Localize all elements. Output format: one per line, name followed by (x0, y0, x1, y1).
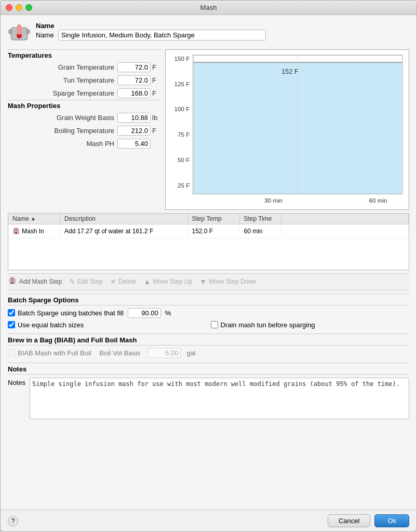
svg-text:75 F: 75 F (178, 131, 190, 138)
svg-text:152 F: 152 F (281, 68, 299, 75)
name-field-label: Name (36, 31, 54, 39)
boil-vol-label: Boil Vol Basis (100, 349, 141, 357)
mash-toolbar: Add Mash Step ✎ Edit Step ✕ Delete ▲ Mov… (8, 273, 409, 290)
equal-batches-checkbox[interactable] (8, 321, 15, 328)
batch-fill-input[interactable] (128, 308, 161, 318)
col-header-step-temp: Step Temp (188, 214, 240, 224)
equal-batches-label[interactable]: Use equal batch sizes (8, 321, 207, 329)
sort-icon: ▲ (31, 216, 36, 221)
tun-temp-label: Tun Temperature (12, 76, 117, 84)
name-section: Name Name (8, 20, 409, 46)
move-down-label: Move Step Down (209, 278, 256, 285)
notes-textarea[interactable]: Simple single infusion mash for use with… (30, 378, 409, 419)
biab-checkbox[interactable] (8, 349, 15, 356)
sparge-temp-input[interactable] (117, 88, 151, 98)
table-row[interactable]: Mash In Add 17.27 qt of water at 161.2 F… (8, 224, 409, 238)
svg-text:30 min: 30 min (264, 197, 283, 204)
titlebar-buttons (6, 4, 32, 11)
batch-fill-checkbox[interactable] (8, 309, 15, 316)
biab-label[interactable]: BIAB Mash with Full Boil (8, 349, 91, 357)
footer-right: Cancel Ok (328, 514, 409, 527)
mash-ph-input[interactable] (117, 139, 151, 149)
biab-text: BIAB Mash with Full Boil (18, 349, 91, 357)
row-step-temp: 152.0 F (188, 227, 240, 236)
move-up-label: Move Step Up (153, 278, 192, 285)
mash-steps-table: Name ▲ Description Step Temp Step Time M… (8, 213, 409, 270)
row-name: Mash In (8, 227, 60, 236)
name-input[interactable] (58, 30, 266, 41)
svg-rect-5 (26, 30, 30, 34)
boil-vol-unit: gal (186, 349, 195, 357)
mash-ph-row: Mash PH (8, 137, 161, 150)
grain-weight-input[interactable] (117, 113, 151, 123)
boiling-temp-unit: F (151, 127, 161, 135)
mash-ph-label: Mash PH (12, 140, 117, 148)
grain-temp-input[interactable] (117, 62, 151, 72)
middle-section: Temperatures Grain Temperature F Tun Tem… (8, 49, 409, 210)
tun-temp-input[interactable] (117, 75, 151, 85)
name-inner: Name Name (36, 22, 266, 42)
batch-sparge-header: Batch Sparge Options (8, 296, 409, 304)
notes-inner: Notes Simple single infusion mash for us… (8, 376, 409, 421)
biab-row: BIAB Mash with Full Boil Boil Vol Basis … (8, 347, 409, 360)
boiling-temp-row: Boiling Temperature F (8, 124, 161, 137)
footer: ? Cancel Ok (1, 510, 416, 531)
row-step-time: 60 min (240, 227, 281, 236)
mash-chart: 150 F 125 F 100 F 75 F 50 F 25 F (165, 49, 409, 210)
drain-checkbox[interactable] (211, 321, 218, 328)
grain-temp-unit: F (151, 63, 161, 71)
col-header-step-time: Step Time (240, 214, 281, 224)
content-area: Name Name Temperatures Grain Temperature… (1, 15, 416, 510)
boiling-temp-input[interactable] (117, 126, 151, 136)
col-header-extra (281, 214, 409, 224)
name-label-row: Name (36, 30, 266, 41)
svg-point-23 (15, 232, 17, 234)
grain-weight-label: Grain Weight Basis (12, 114, 117, 122)
svg-rect-4 (9, 30, 12, 34)
minimize-button[interactable] (16, 4, 22, 11)
drain-label[interactable]: Drain mash tun before sparging (211, 321, 410, 329)
svg-rect-25 (11, 277, 14, 281)
move-down-icon: ▼ (199, 277, 207, 286)
table-empty-area (8, 238, 409, 270)
drain-text: Drain mash tun before sparging (221, 321, 315, 329)
window-title: Mash (200, 4, 217, 11)
boil-vol-input[interactable] (147, 348, 181, 358)
ok-button[interactable]: Ok (374, 514, 409, 527)
notes-label: Notes (8, 378, 25, 387)
mash-icon (8, 20, 31, 43)
close-button[interactable] (6, 4, 12, 11)
maximize-button[interactable] (25, 4, 32, 11)
move-step-down-button[interactable]: ▼ Move Step Down (199, 277, 256, 286)
move-step-up-button[interactable]: ▲ Move Step Up (143, 277, 192, 286)
row-icon (12, 228, 20, 235)
batch-fill-label[interactable]: Batch Sparge using batches that fill (8, 309, 124, 317)
titlebar: Mash (1, 1, 416, 15)
footer-left: ? (8, 516, 18, 526)
equal-batches-row: Use equal batch sizes Drain mash tun bef… (8, 320, 409, 330)
svg-text:50 F: 50 F (178, 156, 190, 163)
svg-rect-22 (15, 228, 18, 231)
chart-svg: 150 F 125 F 100 F 75 F 50 F 25 F (169, 53, 406, 205)
sparge-temp-label: Sparge Temperature (12, 89, 117, 97)
col-header-name: Name ▲ (8, 214, 60, 224)
svg-text:125 F: 125 F (174, 81, 190, 87)
add-step-icon (9, 277, 17, 287)
delete-button[interactable]: ✕ Delete (110, 277, 137, 286)
svg-text:100 F: 100 F (174, 105, 190, 112)
name-section-title: Name (36, 22, 266, 30)
edit-step-button[interactable]: ✎ Edit Step (69, 277, 103, 286)
add-step-label: Add Mash Step (19, 278, 62, 285)
batch-sparge-section: Batch Sparge Options Batch Sparge using … (8, 294, 409, 330)
help-button[interactable]: ? (8, 516, 18, 526)
grain-temp-row: Grain Temperature F (8, 61, 161, 74)
add-mash-step-button[interactable]: Add Mash Step (9, 277, 62, 287)
svg-text:150 F: 150 F (174, 55, 190, 62)
svg-point-26 (11, 282, 14, 284)
equal-batches-text: Use equal batch sizes (18, 321, 84, 329)
grain-temp-label: Grain Temperature (12, 63, 117, 71)
grain-weight-row: Grain Weight Basis lb (8, 111, 161, 124)
boiling-temp-label: Boiling Temperature (12, 127, 117, 135)
cancel-button[interactable]: Cancel (328, 514, 370, 527)
row-extra (281, 230, 409, 232)
